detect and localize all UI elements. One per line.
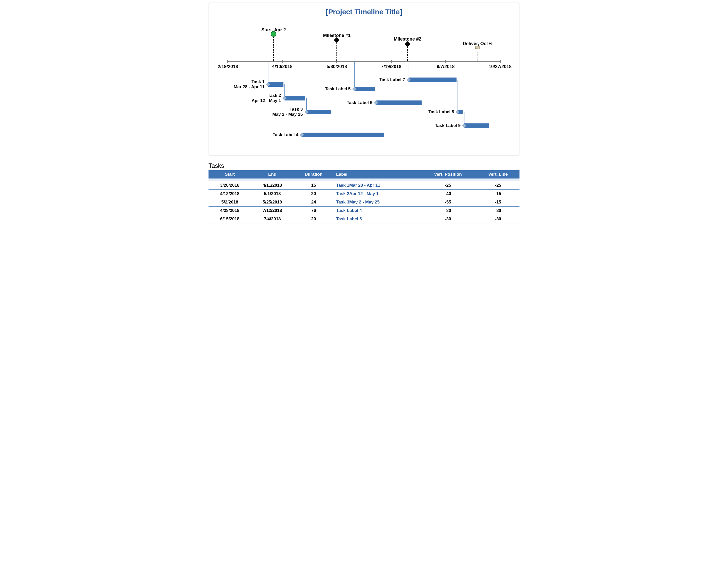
start-circle-icon xyxy=(271,31,276,37)
col-label: Label xyxy=(334,170,420,178)
axis-tick-label: 5/30/2018 xyxy=(327,64,347,69)
task-label: Task 2 Apr 12 - May 1 xyxy=(252,93,283,103)
task-label: Task 1 Mar 28 - Apr 11 xyxy=(234,79,267,90)
table-row: 6/15/20187/4/201820Task Label 5-30-30 xyxy=(209,215,519,223)
milestone-leader xyxy=(407,47,408,61)
table-cell: 4/11/2018 xyxy=(251,181,294,190)
table-cell: Task Label 4 xyxy=(334,206,420,215)
table-cell: -55 xyxy=(419,198,476,206)
col-start: Start xyxy=(209,170,251,178)
milestone-leader xyxy=(273,36,274,61)
axis-tick-label: 7/19/2018 xyxy=(381,64,401,69)
table-cell: Task 2Apr 12 - May 1 xyxy=(334,190,420,198)
table-cell: -40 xyxy=(419,190,476,198)
table-cell: 24 xyxy=(294,198,334,206)
table-cell: -80 xyxy=(477,206,519,215)
axis-tick xyxy=(500,60,501,63)
axis-tick xyxy=(391,60,392,63)
milestone-diamond-icon xyxy=(405,41,411,47)
task-label: Task Label 4 xyxy=(273,132,301,137)
table-cell: 3/28/2018 xyxy=(209,181,251,190)
task-bar xyxy=(268,82,283,87)
col-vp: Vert. Position xyxy=(419,170,476,178)
col-end: End xyxy=(251,170,294,178)
chart-plot-area: 2/19/20184/10/20185/30/20187/19/20189/7/… xyxy=(214,18,514,151)
axis-tick xyxy=(445,60,446,63)
table-cell: Task 3May 2 - May 25 xyxy=(334,198,420,206)
table-cell: 15 xyxy=(294,181,334,190)
table-cell: -15 xyxy=(477,190,519,198)
milestone-leader xyxy=(477,52,477,61)
task-bar xyxy=(306,110,331,114)
axis-tick-label: 2/19/2018 xyxy=(218,64,238,69)
table-cell: 5/25/2018 xyxy=(251,198,294,206)
table-cell: -30 xyxy=(477,215,519,223)
table-cell: 7/4/2018 xyxy=(251,215,294,223)
timeline-axis xyxy=(228,61,500,62)
task-label: Task Label 7 xyxy=(379,77,407,82)
timeline-chart-frame: [Project Timeline Title] 2/19/20184/10/2… xyxy=(209,3,519,155)
task-bar xyxy=(354,87,375,91)
table-row: 4/28/20187/12/201876Task Label 4-80-80 xyxy=(209,206,519,215)
task-bar xyxy=(376,100,422,105)
task-bar xyxy=(409,77,457,82)
table-cell: 5/1/2018 xyxy=(251,190,294,198)
table-cell: -25 xyxy=(477,181,519,190)
table-spacer-row xyxy=(209,178,519,181)
table-cell: Task 1Mar 28 - Apr 11 xyxy=(334,181,420,190)
milestone-leader xyxy=(336,43,337,61)
col-duration: Duration xyxy=(294,170,334,178)
table-cell: -30 xyxy=(419,215,476,223)
task-leader xyxy=(354,61,355,89)
tasks-table: Start End Duration Label Vert. Position … xyxy=(209,170,519,223)
table-cell: 6/15/2018 xyxy=(209,215,251,223)
table-cell: -25 xyxy=(419,181,476,190)
task-label: Task 3 May 2 - May 25 xyxy=(272,107,305,117)
task-leader xyxy=(409,61,409,80)
task-label: Task Label 6 xyxy=(347,100,374,105)
table-cell: Task Label 5 xyxy=(334,215,420,223)
axis-tick xyxy=(282,60,283,63)
task-label: Task Label 5 xyxy=(325,86,353,91)
task-bar xyxy=(302,133,383,137)
table-row: 3/28/20184/11/201815Task 1Mar 28 - Apr 1… xyxy=(209,181,519,190)
task-leader xyxy=(302,61,302,135)
table-cell: 5/2/2018 xyxy=(209,198,251,206)
table-cell: -80 xyxy=(419,206,476,215)
table-cell: 7/12/2018 xyxy=(251,206,294,215)
table-cell: 20 xyxy=(294,215,334,223)
table-cell: -15 xyxy=(477,198,519,206)
task-label: Task Label 8 xyxy=(428,109,456,114)
axis-tick-label: 4/10/2018 xyxy=(272,64,293,69)
flag-icon xyxy=(474,45,480,53)
table-cell: 4/28/2018 xyxy=(209,206,251,215)
tasks-heading: Tasks xyxy=(209,162,519,169)
table-cell: 76 xyxy=(294,206,334,215)
table-cell: 20 xyxy=(294,190,334,198)
axis-tick-label: 10/27/2018 xyxy=(489,64,512,69)
tasks-header-row: Start End Duration Label Vert. Position … xyxy=(209,170,519,178)
table-row: 5/2/20185/25/201824Task 3May 2 - May 25-… xyxy=(209,198,519,206)
task-leader xyxy=(268,61,268,84)
task-bar xyxy=(464,123,489,128)
task-label: Task Label 9 xyxy=(435,123,463,128)
axis-tick xyxy=(227,60,228,63)
table-row: 4/12/20185/1/201820Task 2Apr 12 - May 1-… xyxy=(209,190,519,198)
table-cell: 4/12/2018 xyxy=(209,190,251,198)
chart-title: [Project Timeline Title] xyxy=(214,8,514,16)
col-vl: Vert. Line xyxy=(477,170,519,178)
axis-tick-label: 9/7/2018 xyxy=(437,64,454,69)
